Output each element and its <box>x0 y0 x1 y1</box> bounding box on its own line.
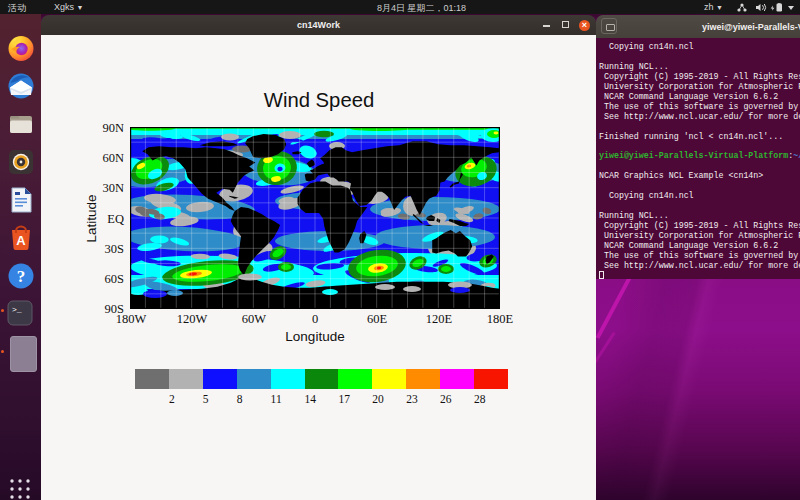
svg-text:>_: >_ <box>12 305 22 314</box>
svg-text:A: A <box>16 233 26 248</box>
svg-text:?: ? <box>17 267 26 286</box>
